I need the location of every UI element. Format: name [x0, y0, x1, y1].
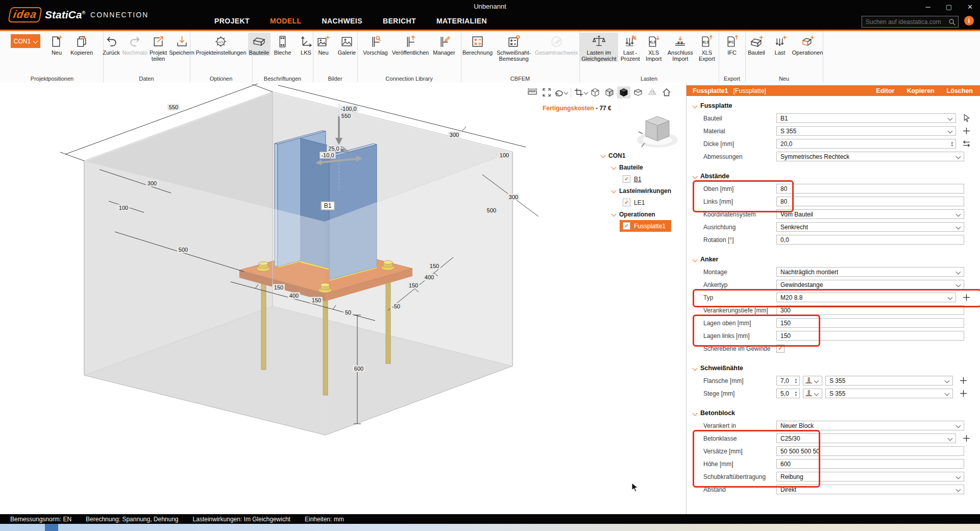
plus-button[interactable] [960, 293, 972, 302]
dropdown-ankertyp[interactable]: Gewindestange [776, 280, 964, 289]
viewport-tool-home[interactable] [660, 86, 673, 99]
input-lagen-links-mm[interactable]: 150 [776, 331, 964, 341]
ribbon-button-vorschlag[interactable]: Vorschlag [361, 33, 389, 56]
dropdown-abstand[interactable]: Direkt [776, 485, 964, 494]
ribbon-button-bleche[interactable]: Bleche [272, 33, 294, 56]
checkbox-checked-icon[interactable]: ✓ [623, 175, 630, 183]
ribbon-button-manager[interactable]: Manager [431, 33, 456, 56]
dropdown-bauteil[interactable]: B1 [776, 113, 956, 123]
viewport-tool-cube-wire[interactable] [589, 86, 602, 99]
connection-selector[interactable]: CON1 [11, 34, 40, 48]
close-button[interactable]: ✕ [967, 3, 973, 11]
minimize-button[interactable]: ─ [926, 3, 930, 11]
menu-tab-projekt[interactable]: PROJEKT [214, 17, 250, 25]
panel-action-löschen[interactable]: Löschen [947, 87, 973, 94]
plus-button[interactable] [957, 376, 969, 385]
dropdown-weld-material[interactable]: S 355 [825, 376, 953, 385]
weld-type-dropdown[interactable] [803, 389, 822, 398]
maximize-button[interactable]: ▢ [946, 3, 952, 11]
section-header[interactable]: Anker [687, 253, 980, 266]
section-header[interactable]: Schweißnähte [687, 362, 980, 374]
viewport-tool-crop[interactable] [574, 86, 587, 99]
ribbon-button-bauteil[interactable]: Bauteil [745, 33, 768, 56]
ribbon-button-last-prozent[interactable]: Last - Prozent [619, 33, 642, 62]
section-header[interactable]: Fussplatte [687, 100, 980, 112]
tree-item-b1[interactable]: ✓B1 [601, 173, 671, 185]
ribbon-button-neu[interactable]: Neu [45, 33, 68, 56]
tree-item-lasteinwirkungen[interactable]: Lasteinwirkungen [601, 185, 671, 197]
input-oben-mm[interactable]: 80 [776, 184, 964, 194]
spinner-arrows-icon[interactable]: ▴▾ [951, 141, 954, 147]
cursor-select-button[interactable] [960, 114, 972, 123]
tree-item-operationen[interactable]: Operationen [601, 208, 671, 220]
ribbon-button-operationen[interactable]: Operationen [792, 33, 823, 56]
ribbon-button-neu[interactable]: Neu [312, 33, 335, 56]
input-versätze-mm[interactable]: 50 500 500 50 [776, 446, 964, 456]
plus-button[interactable] [957, 389, 969, 398]
checkbox-checked-icon[interactable]: ✓ [623, 222, 630, 230]
spinner-dicke-mm[interactable]: 20,0▴▾ [776, 139, 956, 149]
viewport-tool-ruler[interactable] [526, 86, 539, 99]
search-input[interactable] [865, 18, 948, 26]
checkbox-checked-icon[interactable]: ✓ [623, 199, 630, 206]
tree-item-fussplatte1[interactable]: ✓Fussplatte1 [620, 220, 671, 232]
dropdown-montage[interactable]: Nachträglich montiert [776, 267, 964, 277]
spinner-arrows-icon[interactable]: ▴▾ [795, 391, 798, 397]
plus-button[interactable] [960, 434, 972, 443]
ribbon-button-zurück[interactable]: Zurück [100, 33, 122, 56]
viewport-tool-rotate[interactable] [554, 86, 568, 99]
menu-tab-materialien[interactable]: MATERIALIEN [436, 17, 487, 25]
section-header[interactable]: Abstände [687, 170, 980, 182]
ribbon-button-bauteile[interactable]: Bauteile [248, 33, 271, 56]
dropdown-material[interactable]: S 355 [776, 126, 956, 136]
menu-tab-bericht[interactable]: BERICHT [383, 17, 416, 25]
input-links-mm[interactable]: 80 [776, 197, 964, 206]
ribbon-button-lasten-im-gleichgewicht[interactable]: Lasten im Gleichgewicht [580, 33, 618, 62]
ribbon-button-anschluss-import[interactable]: Anschluss Import [666, 33, 695, 62]
ribbon-button-xls-export[interactable]: XLSXLS Export [696, 33, 718, 62]
tree-item-le1[interactable]: ✓LE1 [601, 197, 671, 208]
dropdown-schubkraftübertragung[interactable]: Reibung [776, 472, 964, 481]
ribbon-button-galerie[interactable]: Galerie [336, 33, 358, 56]
dropdown-abmessungen[interactable]: Symmetrisches Rechteck [776, 152, 964, 161]
panel-action-kopieren[interactable]: Kopieren [906, 87, 934, 94]
navigation-cube[interactable] [634, 111, 681, 151]
viewport-tool-cube-clear[interactable] [631, 86, 645, 99]
input-höhe-mm[interactable]: 600 [776, 459, 964, 469]
ribbon-button-schweißnaht-bemessung[interactable]: Schweißnaht- Bemessung [495, 33, 532, 62]
dropdown-weld-material[interactable]: S 355 [825, 389, 953, 398]
spinner-arrows-icon[interactable]: ▴▾ [795, 378, 798, 384]
input-rotation[interactable]: 0,0 [776, 235, 964, 245]
ribbon-button-veröffentlichen[interactable]: Veröffentlichen [390, 33, 431, 56]
plus-button[interactable] [960, 127, 972, 135]
input-verankerungstiefe-mm[interactable]: 300 [776, 305, 964, 315]
dropdown-ausrichtung[interactable]: Senkrecht [776, 222, 964, 232]
dropdown-koordinatensystem[interactable]: Vom Bauteil [776, 209, 964, 219]
dropdown-typ[interactable]: M20 8.8 [776, 293, 956, 302]
viewport-tool-fit[interactable] [540, 86, 553, 99]
ribbon-button-projekt-teilen[interactable]: Projekt teilen [147, 33, 169, 62]
info-icon[interactable]: i [964, 16, 974, 26]
viewport-tool-cube-shade[interactable] [603, 86, 616, 99]
swap-button[interactable] [960, 139, 972, 148]
dropdown-verankert-in[interactable]: Neuer Block [776, 421, 964, 430]
weld-type-dropdown[interactable] [803, 376, 822, 385]
menu-tab-modell[interactable]: MODELL [270, 17, 302, 25]
3d-viewport[interactable]: Fertigungskosten - 77 € CON1Bauteile✓B1L… [0, 83, 687, 514]
tree-item-bauteile[interactable]: Bauteile [601, 161, 671, 173]
ribbon-button-xls-import[interactable]: XLSXLS Import [643, 33, 665, 62]
ribbon-button-last[interactable]: Last [769, 33, 791, 56]
tree-item-con1[interactable]: CON1 [601, 150, 671, 161]
viewport-tool-cube-solid[interactable] [617, 86, 630, 99]
ribbon-button-kopieren[interactable]: Kopieren [69, 33, 94, 56]
ribbon-button-berechnung[interactable]: Berechnung [461, 33, 494, 56]
spinner-flansche-mm[interactable]: 7,0▴▾ [776, 376, 800, 385]
panel-action-editor[interactable]: Editor [876, 87, 894, 94]
section-header[interactable]: Betonblock [687, 407, 980, 419]
ribbon-button-projekteinstellungen[interactable]: </>Projekteinstellungen [194, 33, 248, 56]
input-lagen-oben-mm[interactable]: 150 [776, 318, 964, 328]
search-box[interactable] [862, 16, 959, 28]
checkbox-scherebene-im-gewinde[interactable]: ✓ [776, 345, 785, 353]
dropdown-betonklasse[interactable]: C25/30 [776, 433, 956, 443]
ribbon-button-ifc[interactable]: IFCIFC [721, 33, 743, 56]
